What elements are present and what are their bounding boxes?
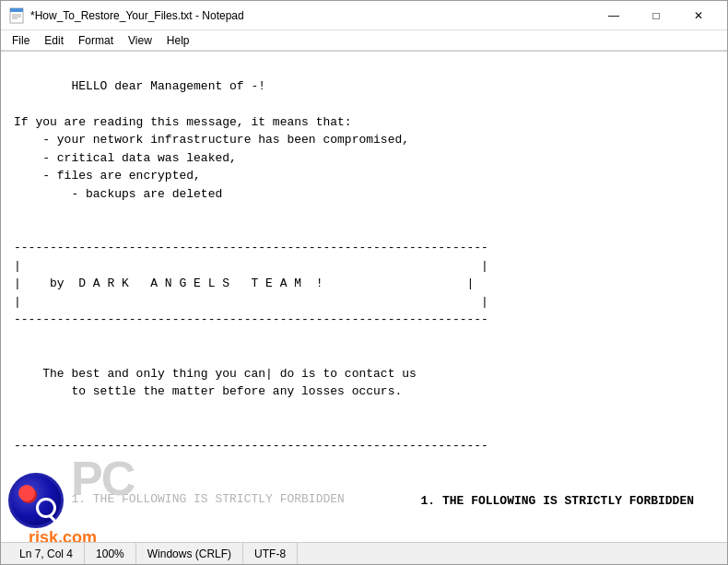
window-controls: — □ ✕ xyxy=(593,1,720,30)
status-line-ending: Windows (CRLF) xyxy=(136,543,243,564)
menu-view[interactable]: View xyxy=(121,32,159,49)
window-title: *How_To_Restore_Your_Files.txt - Notepad xyxy=(30,9,593,22)
menu-edit[interactable]: Edit xyxy=(37,32,71,49)
minimize-button[interactable]: — xyxy=(593,1,635,30)
text-editor[interactable]: HELLO dear Management of -! If you are r… xyxy=(1,52,727,542)
close-button[interactable]: ✕ xyxy=(677,1,720,30)
maximize-button[interactable]: □ xyxy=(635,1,677,30)
app-icon xyxy=(8,7,25,24)
svg-rect-1 xyxy=(10,8,23,12)
status-encoding: UTF-8 xyxy=(243,543,298,564)
title-bar: *How_To_Restore_Your_Files.txt - Notepad… xyxy=(1,1,727,30)
menu-help[interactable]: Help xyxy=(159,32,197,49)
menu-bar: File Edit Format View Help xyxy=(1,30,727,51)
menu-format[interactable]: Format xyxy=(71,32,121,49)
status-bar: Ln 7, Col 4 100% Windows (CRLF) UTF-8 xyxy=(1,542,727,564)
status-zoom: 100% xyxy=(85,543,136,564)
editor-container: HELLO dear Management of -! If you are r… xyxy=(1,52,727,542)
status-position: Ln 7, Col 4 xyxy=(8,543,85,564)
notepad-window: *How_To_Restore_Your_Files.txt - Notepad… xyxy=(0,0,728,565)
menu-file[interactable]: File xyxy=(5,32,37,49)
